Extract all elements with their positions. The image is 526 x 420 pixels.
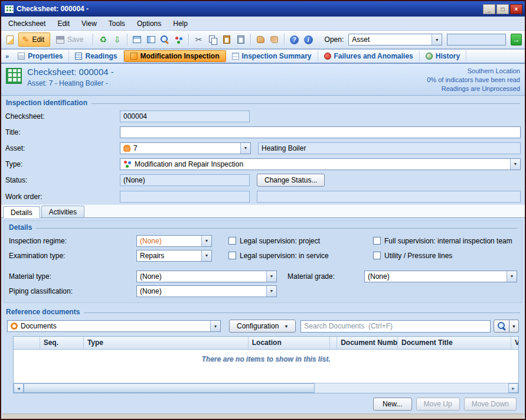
scrollbar-track[interactable] xyxy=(24,383,508,393)
tab-failures-anomalies[interactable]: Failures and Anomalies xyxy=(318,50,420,62)
column-header-icon[interactable] xyxy=(14,337,40,349)
column-header-seq[interactable]: Seq. xyxy=(40,337,84,349)
tab-details[interactable]: Details xyxy=(3,206,40,218)
browse-records-button[interactable] xyxy=(173,33,185,46)
inspection-regime-combo[interactable]: (None) ▼ xyxy=(136,235,212,247)
documents-combo[interactable]: Documents ▼ xyxy=(7,320,221,332)
tab-properties[interactable]: Properties xyxy=(12,50,69,62)
record-subtitle: Asset: 7 - Heating Boiler - xyxy=(27,79,114,87)
chevron-down-icon: ▼ xyxy=(507,271,517,282)
close-button[interactable]: × xyxy=(510,4,522,14)
menu-edit[interactable]: Edit xyxy=(51,17,76,30)
new-checksheet-button[interactable] xyxy=(4,33,17,46)
menu-help[interactable]: Help xyxy=(167,17,194,30)
checksheet-value: 000004 xyxy=(123,112,147,121)
checkbox-legal-supervision-project[interactable] xyxy=(228,237,236,245)
search-button[interactable] xyxy=(494,320,509,333)
tab-history[interactable]: History xyxy=(420,50,466,62)
new-button[interactable]: New... xyxy=(373,398,412,411)
checkbox-utility-pressure-lines[interactable] xyxy=(373,252,381,259)
split-horizontal-button[interactable] xyxy=(145,33,157,46)
material-type-combo[interactable]: (None) ▼ xyxy=(136,271,277,282)
zoom-button[interactable] xyxy=(159,33,171,46)
documents-combo-value: Documents xyxy=(21,322,57,330)
material-grade-label: Material grade: xyxy=(287,272,364,281)
checksheet-row: Checksheet: 000004 xyxy=(1,108,525,124)
asset-label: Asset: xyxy=(5,144,120,152)
maximize-button[interactable]: □ xyxy=(496,4,509,14)
configuration-label: Configuration xyxy=(237,322,279,330)
scroll-left-arrow[interactable]: ◄ xyxy=(14,383,24,393)
column-header-document-number[interactable]: Document Number xyxy=(337,337,398,349)
column-header-document-title[interactable]: Document Title xyxy=(398,337,511,349)
open-search-input[interactable] xyxy=(447,34,506,45)
scrollbar-thumb[interactable] xyxy=(24,383,315,393)
type-combo[interactable]: Modification and Repair Inspection ▼ xyxy=(120,158,521,170)
modification-inspection-icon xyxy=(130,53,138,60)
search-options-button[interactable]: ▼ xyxy=(509,320,519,333)
section-title-text: Inspection identification xyxy=(6,99,87,107)
documents-icon xyxy=(11,323,18,330)
examination-type-combo[interactable]: Repairs ▼ xyxy=(136,250,212,262)
checkbox-full-supervision[interactable] xyxy=(373,237,381,245)
asset-combo[interactable]: 7 ▼ xyxy=(120,142,251,154)
status-strip xyxy=(2,414,524,419)
chevron-down-icon: ▼ xyxy=(510,159,520,170)
configuration-button[interactable]: Configuration ▼ xyxy=(229,320,296,333)
chevron-down-icon: ▼ xyxy=(432,34,442,45)
title-input[interactable] xyxy=(120,126,521,138)
menu-view[interactable]: View xyxy=(76,17,103,30)
edit-button[interactable]: ✎ Edit xyxy=(18,32,50,47)
checkbox-legal-supervision-in-service[interactable] xyxy=(228,252,236,259)
tab-inspection-summary[interactable]: Inspection Summary xyxy=(226,50,318,62)
minimize-button[interactable]: _ xyxy=(483,4,495,14)
copy-icon xyxy=(208,35,217,44)
asset-name-value: Heating Boiler xyxy=(262,144,306,152)
toolbar-separator xyxy=(188,34,189,45)
go-button[interactable]: → xyxy=(511,34,522,45)
checksheet-field: 000004 xyxy=(120,110,250,122)
column-header-type[interactable]: Type xyxy=(84,337,249,349)
import-button[interactable]: ⇩ xyxy=(111,33,123,46)
horizontal-scrollbar[interactable]: ◄ ► xyxy=(14,383,518,393)
paste-button[interactable] xyxy=(221,33,233,46)
app-window: Checksheet: 000004 - _ □ × Checksheet Ed… xyxy=(0,0,526,420)
help-button[interactable]: ? xyxy=(288,33,300,46)
approve-button[interactable] xyxy=(254,33,267,46)
info-button[interactable]: i xyxy=(302,33,315,46)
tab-modification-inspection[interactable]: Modification Inspection xyxy=(124,50,226,62)
column-header-location[interactable]: Location xyxy=(249,337,331,349)
material-grade-combo[interactable]: (None) ▼ xyxy=(364,271,517,282)
move-up-button: Move Up xyxy=(416,398,460,411)
toolbar-separator xyxy=(127,34,128,45)
split-vertical-button[interactable] xyxy=(131,33,143,46)
menu-bar: Checksheet Edit View Tools Options Help xyxy=(1,17,525,31)
clipboard-button[interactable] xyxy=(234,33,247,46)
copy-button[interactable] xyxy=(207,33,219,46)
column-header-version[interactable]: Ver xyxy=(511,337,518,349)
inspection-regime-label: Inspection regime: xyxy=(9,237,136,245)
section-rule xyxy=(92,103,520,104)
menu-tools[interactable]: Tools xyxy=(103,17,131,30)
tab-overflow-icon[interactable]: » xyxy=(2,53,12,60)
move-down-button: Move Down xyxy=(464,398,517,411)
tab-activities[interactable]: Activities xyxy=(41,206,84,217)
checksheet-grid-icon xyxy=(6,68,22,84)
menu-checksheet[interactable]: Checksheet xyxy=(2,17,51,30)
table-header-row: Seq. Type Location Document Number Docum… xyxy=(14,337,518,350)
menu-options[interactable]: Options xyxy=(131,17,167,30)
scroll-right-arrow[interactable]: ► xyxy=(508,383,518,393)
inspection-regime-row: Inspection regime: (None) ▼ Legal superv… xyxy=(9,233,517,248)
chevron-down-icon: ▼ xyxy=(201,250,211,261)
piping-classification-combo[interactable]: (None) ▼ xyxy=(136,285,277,297)
open-target-combo[interactable]: Asset ▼ xyxy=(348,34,442,45)
reject-button[interactable] xyxy=(269,33,281,46)
document-search-input[interactable] xyxy=(300,320,491,333)
cut-button[interactable]: ✂ xyxy=(192,33,205,46)
work-order-description-field xyxy=(257,191,521,203)
refresh-button[interactable]: ♻ xyxy=(97,33,109,46)
change-status-button[interactable]: Change Status... xyxy=(257,174,325,187)
table-body: There are no items to show in this list. xyxy=(14,350,518,383)
title-row: Title: xyxy=(1,124,525,140)
tab-readings[interactable]: Readings xyxy=(69,50,123,62)
